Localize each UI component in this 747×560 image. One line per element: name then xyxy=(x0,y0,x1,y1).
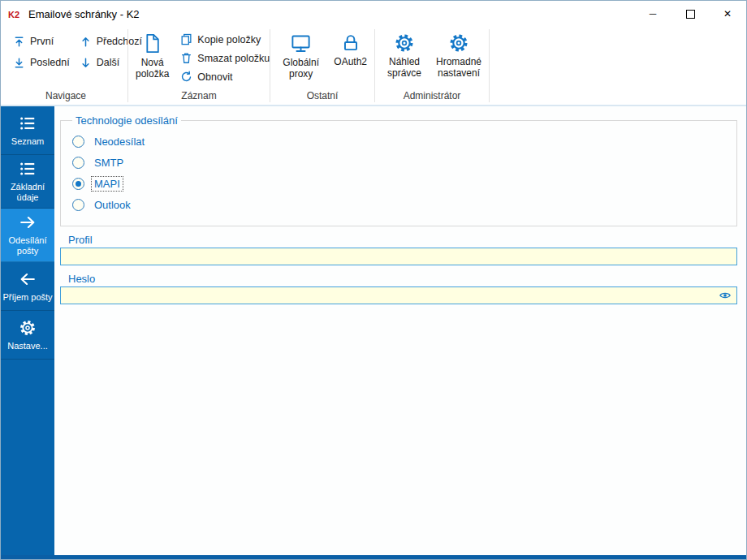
sidebar-item-label: Nastave... xyxy=(7,341,48,351)
group-separator xyxy=(489,29,490,102)
arrow-right-icon xyxy=(19,213,37,231)
radio-icon xyxy=(72,157,84,169)
group-label-navigace: Navigace xyxy=(4,88,127,105)
window-controls: ─ ✕ xyxy=(634,1,746,27)
admin-preview-button[interactable]: Náhled správce xyxy=(380,31,429,80)
gear-icon xyxy=(448,32,469,54)
titlebar: K2 Emailové schránky - K2 ─ ✕ xyxy=(1,1,746,27)
arrow-up-icon xyxy=(80,36,92,48)
sidebar-item-nastaveni[interactable]: Nastave... xyxy=(1,311,54,360)
password-input[interactable] xyxy=(60,286,737,304)
global-proxy-button[interactable]: Globální proxy xyxy=(275,31,326,81)
button-label: Náhled správce xyxy=(382,56,426,79)
ribbon-group-ostatni: Globální proxy OAuth2 Ostatní xyxy=(270,27,374,105)
window-title: Emailové schránky - K2 xyxy=(28,8,634,20)
button-label: Další xyxy=(97,57,119,68)
radio-option-outlook[interactable]: Outlook xyxy=(72,197,727,213)
button-label: Nová položka xyxy=(136,57,169,80)
first-record-button[interactable]: První xyxy=(9,31,74,52)
button-label: OAuth2 xyxy=(334,56,367,67)
copy-item-button[interactable]: Kopie položky xyxy=(176,31,274,48)
new-item-button[interactable]: Nová položka xyxy=(133,31,171,81)
button-label: Kopie položky xyxy=(197,34,261,45)
sidebar-item-label: Základní údaje xyxy=(2,182,53,203)
svg-text:K2: K2 xyxy=(8,10,19,19)
sidebar-item-zakladni-udaje[interactable]: Základní údaje xyxy=(1,155,54,209)
groupbox-title: Technologie odesílání xyxy=(72,114,181,127)
gear-icon xyxy=(394,32,415,54)
sidebar-item-label: Příjem pošty xyxy=(2,292,52,303)
radio-option-smtp[interactable]: SMTP xyxy=(72,155,727,170)
window-bottom-border xyxy=(1,555,746,559)
minimize-button[interactable]: ─ xyxy=(634,1,671,27)
radio-icon xyxy=(72,178,84,190)
gear-icon xyxy=(19,319,37,337)
main-content: Technologie odesílání Neodesílat SMTP MA… xyxy=(54,106,746,555)
ribbon-group-administrator: Náhled správce Hromadné nastavení Admini… xyxy=(375,27,489,105)
profile-label: Profil xyxy=(68,234,737,246)
radio-label: Outlook xyxy=(92,198,133,212)
radio-option-mapi[interactable]: MAPI xyxy=(72,176,727,192)
radio-icon xyxy=(72,136,84,148)
ribbon: První Poslední Předchozí Další Navigace xyxy=(1,27,746,106)
ribbon-group-zaznam: Nová položka Kopie položky Smazat položk… xyxy=(128,27,270,105)
copy-icon xyxy=(180,33,192,45)
maximize-button[interactable] xyxy=(671,1,709,27)
lock-icon xyxy=(340,32,361,54)
refresh-icon xyxy=(180,71,192,83)
sidebar-item-prijem-posty[interactable]: Příjem pošty xyxy=(1,262,54,311)
delete-item-button[interactable]: Smazat položku xyxy=(176,50,274,67)
oauth2-button[interactable]: OAuth2 xyxy=(331,31,369,69)
arrow-left-icon xyxy=(19,270,37,288)
arrow-down-icon xyxy=(80,57,92,69)
radio-label: SMTP xyxy=(92,156,126,170)
profile-input[interactable] xyxy=(60,248,737,265)
refresh-button[interactable]: Obnovit xyxy=(176,68,274,85)
group-label-administrator: Administrátor xyxy=(375,88,489,105)
button-label: Hromadné nastavení xyxy=(436,56,481,79)
app-icon: K2 xyxy=(7,6,22,21)
button-label: První xyxy=(30,36,54,47)
list-icon xyxy=(19,160,37,178)
button-label: Smazat položku xyxy=(197,53,270,64)
sidebar-item-label: Odesílání pošty xyxy=(2,235,53,256)
app-window: K2 Emailové schránky - K2 ─ ✕ První Posl… xyxy=(0,0,747,560)
password-label: Heslo xyxy=(68,273,737,285)
sidebar-item-odesilani-posty[interactable]: Odesílání pošty xyxy=(1,209,54,262)
send-technology-groupbox: Technologie odesílání Neodesílat SMTP MA… xyxy=(60,114,737,226)
radio-label: Neodesílat xyxy=(92,135,147,149)
close-button[interactable]: ✕ xyxy=(709,1,746,27)
sidebar-item-seznam[interactable]: Seznam xyxy=(1,106,54,155)
bulk-settings-button[interactable]: Hromadné nastavení xyxy=(434,31,484,80)
group-label-ostatni: Ostatní xyxy=(270,88,374,105)
list-icon xyxy=(19,114,37,132)
ribbon-group-navigace: První Poslední Předchozí Další Navigace xyxy=(4,27,127,105)
arrow-down-to-bar-icon xyxy=(13,57,25,69)
button-label: Globální proxy xyxy=(278,57,324,80)
trash-icon xyxy=(180,52,192,64)
document-icon xyxy=(141,32,163,54)
button-label: Obnovit xyxy=(197,71,232,83)
sidebar: Seznam Základní údaje Odesílání pošty Př… xyxy=(1,106,54,555)
group-label-zaznam: Záznam xyxy=(128,88,270,105)
button-label: Poslední xyxy=(30,57,70,68)
radio-icon xyxy=(72,199,84,211)
maximize-icon xyxy=(686,10,695,19)
radio-option-neodesilat[interactable]: Neodesílat xyxy=(72,134,727,149)
show-password-eye-icon[interactable] xyxy=(719,289,732,302)
arrow-up-to-bar-icon xyxy=(13,36,25,48)
last-record-button[interactable]: Poslední xyxy=(9,52,74,73)
monitor-icon xyxy=(290,32,312,54)
radio-label: MAPI xyxy=(92,177,123,191)
sidebar-item-label: Seznam xyxy=(11,136,44,147)
